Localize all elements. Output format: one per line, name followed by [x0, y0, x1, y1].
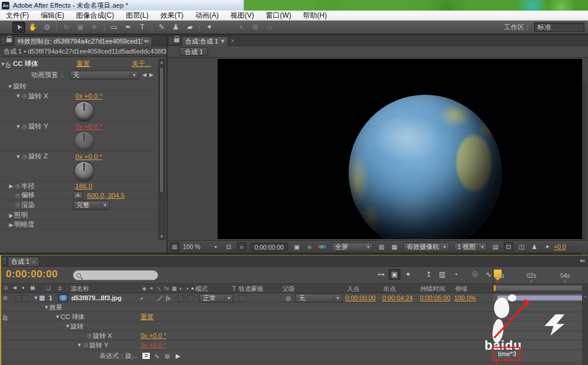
eraser-tool[interactable]: ▰	[183, 22, 196, 33]
in-value[interactable]: 0:00:00:00	[345, 294, 376, 301]
shy-layers-icon[interactable]: ↥	[423, 269, 435, 280]
quality-switch-icon[interactable]: ／	[157, 294, 163, 303]
lock-icon[interactable]	[6, 38, 12, 42]
workspace-dropdown[interactable]: 标准	[534, 22, 584, 32]
blend-mode-dropdown[interactable]: 正常 ▼	[199, 294, 233, 303]
magnification-dropdown[interactable]: 100 %	[183, 242, 208, 251]
chevron-down-icon[interactable]: ▼	[44, 304, 49, 310]
effects-scrollbar[interactable]: ▲ ▼	[158, 59, 165, 240]
panel-gripper[interactable]	[169, 38, 172, 44]
camera-dropdown[interactable]: 有效摄像机 ▼	[403, 243, 449, 251]
always-preview-icon[interactable]: ⊞	[170, 242, 179, 251]
scroll-up-icon[interactable]: ▲	[159, 59, 165, 65]
in-column-label[interactable]: 入点	[347, 285, 359, 293]
axis-mode-world[interactable]: ⊞	[249, 22, 262, 33]
solo-toggle[interactable]	[22, 295, 29, 301]
menu-help[interactable]: 帮助(H)	[297, 11, 333, 21]
mask-shape-tool[interactable]: ▭	[108, 22, 121, 33]
param-row-light[interactable]: ▶ 照明	[0, 211, 156, 220]
expression-pickwhip-icon[interactable]: ◎	[163, 352, 172, 360]
time-ruler[interactable]: 0s 02s 04s	[493, 267, 588, 284]
current-time-indicator[interactable]	[493, 269, 502, 281]
chevron-down-icon[interactable]: ▼	[65, 323, 71, 329]
comp-flowchart-button[interactable]: 合成 1	[179, 47, 208, 56]
audio-toggle[interactable]	[15, 295, 22, 301]
param-value[interactable]: 166.0	[75, 182, 92, 190]
rotation-y-dial[interactable]	[74, 131, 94, 151]
mask-visibility-icon[interactable]: ▥	[377, 242, 386, 251]
work-area-bar[interactable]	[493, 284, 588, 293]
rotate-tool[interactable]: ↻	[60, 22, 73, 33]
show-snapshot-icon[interactable]: ☻	[305, 242, 315, 251]
composition-tab[interactable]: 合成:合成 1 ▼	[182, 36, 228, 46]
panel-gripper[interactable]	[3, 258, 6, 264]
tab-close-icon[interactable]: ×	[230, 37, 234, 44]
scrollbar-thumb[interactable]	[159, 67, 164, 193]
crosshair-button[interactable]: ✛	[73, 191, 83, 199]
rotation-x-value[interactable]: 0x +0.0 °	[141, 332, 166, 339]
menu-file[interactable]: 文件(F)	[0, 11, 35, 21]
chevron-right-icon[interactable]: ▶	[8, 222, 14, 228]
scroll-down-icon[interactable]: ▼	[159, 234, 165, 240]
stopwatch-icon[interactable]: ◷	[21, 93, 28, 99]
menu-layer[interactable]: 图层(L)	[120, 11, 155, 21]
tab-close-icon[interactable]: ×	[32, 258, 35, 266]
chevron-down-icon[interactable]: ▼	[0, 61, 6, 67]
chevron-down-icon[interactable]: ▼	[7, 84, 13, 89]
preset-next-icon[interactable]: ▶	[149, 72, 153, 78]
layer-row[interactable]: ⊙ ▼ 1 d53f879...8f3.jpg ◒ ／ fx 正常 ▼ ◎ 无 …	[1, 294, 493, 303]
expression-enable-icon[interactable]: =	[142, 352, 151, 360]
snapshot-icon[interactable]: ▣	[292, 242, 302, 251]
rotation-group-row[interactable]: ▼ 旋转	[1, 322, 493, 331]
lock-icon[interactable]	[174, 38, 179, 42]
parent-pickwhip-icon[interactable]: ◎	[286, 295, 291, 301]
channel-icon[interactable]	[318, 242, 328, 251]
tab-dropdown-icon[interactable]: ▼	[220, 38, 225, 44]
stopwatch-icon[interactable]: ◷	[14, 193, 21, 198]
rotation-y-row[interactable]: ▼ ◷ 旋转 Y 0x +0.0 °	[1, 341, 493, 350]
frame-blend-switch[interactable]	[178, 295, 184, 301]
stopwatch-icon[interactable]: ◷	[21, 124, 28, 130]
effect-controls-tab[interactable]: 特效控制台: d53f8794a4c27d1ee4059ced11d5ad ▾≡	[14, 36, 152, 46]
region-of-interest-icon[interactable]: ⌗	[237, 242, 246, 251]
chevron-down-icon[interactable]: ▼	[15, 93, 21, 99]
chevron-down-icon[interactable]: ▼	[76, 342, 82, 348]
effect-row[interactable]: fx ▼ CC 球体 重置	[1, 313, 493, 321]
exposure-value[interactable]: +0.0	[554, 243, 566, 250]
stopwatch-icon[interactable]: ◷	[14, 202, 21, 208]
param-value[interactable]: 600.0, 304.5	[87, 192, 125, 199]
stopwatch-icon[interactable]: ◷	[21, 154, 28, 160]
selection-tool[interactable]: ➤	[12, 22, 25, 33]
fast-preview-icon[interactable]: ⊡	[504, 242, 513, 251]
live-update-icon[interactable]: ▣	[389, 269, 400, 280]
effect-header-row[interactable]: ▼ fx CC 球体 重置 关于...	[0, 59, 156, 69]
preset-dropdown[interactable]: 无 ▼	[69, 71, 139, 79]
camera-tool[interactable]: ▣	[74, 22, 87, 33]
brainstorm-icon[interactable]: ☉	[469, 269, 481, 280]
eye-icon[interactable]: ⊙	[1, 295, 9, 301]
exposure-reset-icon[interactable]: ✦	[543, 242, 552, 251]
flowchart-icon[interactable]: ♟	[530, 242, 539, 251]
parent-dropdown[interactable]: 无 ▼	[295, 294, 342, 303]
work-area[interactable]	[493, 285, 586, 291]
param-row-shading[interactable]: ▶ 明暗度	[0, 220, 156, 230]
stopwatch-icon[interactable]: ◷	[14, 183, 21, 189]
motion-blur-switch[interactable]	[187, 295, 193, 301]
preset-prev-icon[interactable]: ◀	[142, 72, 146, 78]
param-value[interactable]: 0x +0.0 °	[75, 153, 102, 160]
axis-mode-local[interactable]: ⌖	[235, 22, 248, 33]
stretch-value[interactable]: 100.0%	[454, 294, 476, 301]
menu-edit[interactable]: 编辑(E)	[35, 11, 70, 21]
rotation-z-dial[interactable]	[74, 161, 94, 181]
current-timecode[interactable]: 0:00:00:00	[6, 268, 58, 280]
stopwatch-icon[interactable]: ◷	[82, 342, 89, 348]
menu-effect[interactable]: 效果(T)	[155, 11, 189, 21]
draft-3d-icon[interactable]: ✦	[402, 269, 414, 280]
label-color-swatch[interactable]	[39, 295, 45, 301]
out-column-label[interactable]: 出点	[383, 285, 396, 293]
menu-view[interactable]: 视图(V)	[225, 11, 260, 21]
panel-gripper[interactable]	[2, 38, 5, 44]
rotation-x-row[interactable]: ◷ 旋转 X 0x +0.0 °	[1, 331, 493, 340]
comp-marker-bin-icon[interactable]: ◔	[583, 294, 586, 300]
chevron-down-icon[interactable]: ▼	[15, 124, 21, 130]
